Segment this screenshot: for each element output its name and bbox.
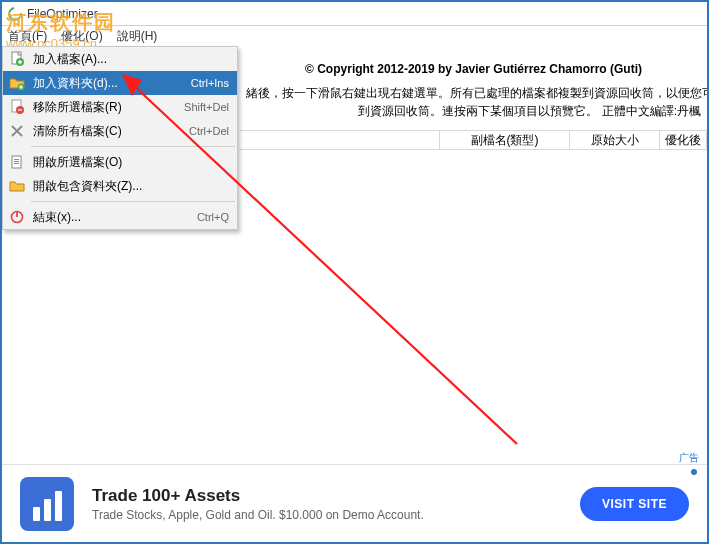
- menubar: 首頁(F) 優化(O) 說明(H): [2, 26, 707, 46]
- copyright-text: © Copyright 2012-2019 by Javier Gutiérre…: [240, 48, 707, 84]
- folder-add-icon: [7, 73, 27, 93]
- menu-remove-selected-shortcut: Shift+Del: [176, 101, 229, 113]
- th-optimized[interactable]: 優化後: [660, 131, 707, 149]
- menu-add-folder-shortcut: Ctrl+Ins: [183, 77, 229, 89]
- file-add-icon: [7, 49, 27, 69]
- ad-label: 广告: [679, 451, 699, 465]
- menu-clear-all-label: 清除所有檔案(C): [27, 123, 181, 140]
- menu-exit[interactable]: 結束(x)... Ctrl+Q: [3, 205, 237, 229]
- open-folder-icon: [7, 176, 27, 196]
- menu-open-file-label: 開啟所選檔案(O): [27, 154, 221, 171]
- ad-text: Trade 100+ Assets Trade Stocks, Apple, G…: [92, 486, 580, 522]
- menu-remove-selected[interactable]: 移除所選檔案(R) Shift+Del: [3, 95, 237, 119]
- clear-icon: [7, 121, 27, 141]
- menu-open-folder[interactable]: 開啟包含資料夾(Z)...: [3, 174, 237, 198]
- ad-dot-icon: [691, 469, 697, 475]
- hint-line-1: 緒後，按一下滑鼠右鍵出現右鍵選單。所有已處理的檔案都複製到資源回收筒，以便您可以…: [246, 84, 701, 102]
- main-content: © Copyright 2012-2019 by Javier Gutiérre…: [240, 48, 707, 120]
- titlebar: FileOptimizer: [2, 2, 707, 26]
- menu-separator-2: [31, 201, 235, 202]
- menu-add-file[interactable]: 加入檔案(A)...: [3, 47, 237, 71]
- menu-open-file[interactable]: 開啟所選檔案(O): [3, 150, 237, 174]
- app-icon: [5, 4, 24, 23]
- menu-clear-all[interactable]: 清除所有檔案(C) Ctrl+Del: [3, 119, 237, 143]
- menu-help[interactable]: 說明(H): [117, 28, 158, 45]
- th-filename[interactable]: [240, 131, 440, 149]
- menu-file[interactable]: 首頁(F): [8, 28, 47, 45]
- th-original-size[interactable]: 原始大小: [570, 131, 660, 149]
- menu-separator-1: [31, 146, 235, 147]
- file-menu-dropdown: 加入檔案(A)... 加入資料夾(d)... Ctrl+Ins 移除所選檔案(R…: [2, 46, 238, 230]
- svg-rect-7: [14, 161, 19, 162]
- hint-line-2: 到資源回收筒。連按兩下某個項目以預覽它。 正體中文編譯:丹楓: [246, 102, 701, 120]
- menu-add-folder[interactable]: 加入資料夾(d)... Ctrl+Ins: [3, 71, 237, 95]
- ad-description: Trade Stocks, Apple, Gold and Oil. $10.0…: [92, 508, 580, 522]
- svg-rect-6: [14, 159, 19, 160]
- file-remove-icon: [7, 97, 27, 117]
- ad-banner: 广告 Trade 100+ Assets Trade Stocks, Apple…: [2, 464, 707, 542]
- svg-rect-8: [14, 163, 19, 164]
- app-title: FileOptimizer: [27, 7, 98, 21]
- menu-open-folder-label: 開啟包含資料夾(Z)...: [27, 178, 221, 195]
- menu-add-file-label: 加入檔案(A)...: [27, 51, 221, 68]
- power-icon: [7, 207, 27, 227]
- ad-visit-button[interactable]: VISIT SITE: [580, 487, 689, 521]
- menu-exit-shortcut: Ctrl+Q: [189, 211, 229, 223]
- ad-title[interactable]: Trade 100+ Assets: [92, 486, 580, 506]
- th-extension[interactable]: 副檔名(類型): [440, 131, 570, 149]
- open-file-icon: [7, 152, 27, 172]
- ad-chart-icon: [20, 477, 74, 531]
- menu-remove-selected-label: 移除所選檔案(R): [27, 99, 176, 116]
- menu-clear-all-shortcut: Ctrl+Del: [181, 125, 229, 137]
- menu-exit-label: 結束(x)...: [27, 209, 189, 226]
- menu-optimize[interactable]: 優化(O): [61, 28, 102, 45]
- menu-add-folder-label: 加入資料夾(d)...: [27, 75, 183, 92]
- table-header-row: 副檔名(類型) 原始大小 優化後: [240, 130, 707, 150]
